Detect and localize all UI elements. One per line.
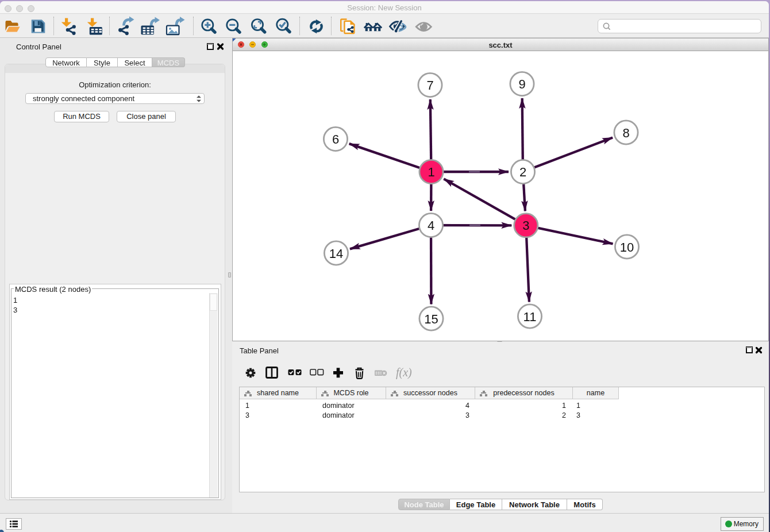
- svg-text:f(x): f(x): [396, 366, 412, 379]
- svg-text:3: 3: [522, 218, 529, 233]
- svg-text:14: 14: [329, 246, 343, 261]
- svg-text:8: 8: [622, 126, 629, 140]
- svg-text:1: 1: [428, 165, 434, 179]
- svg-text:9: 9: [518, 77, 525, 91]
- svg-text:4: 4: [428, 218, 434, 233]
- svg-text:2: 2: [519, 165, 526, 179]
- svg-text:10: 10: [620, 240, 634, 255]
- svg-text:11: 11: [523, 310, 537, 324]
- svg-text:6: 6: [332, 132, 339, 147]
- svg-text:7: 7: [426, 78, 433, 92]
- svg-text:15: 15: [424, 312, 438, 326]
